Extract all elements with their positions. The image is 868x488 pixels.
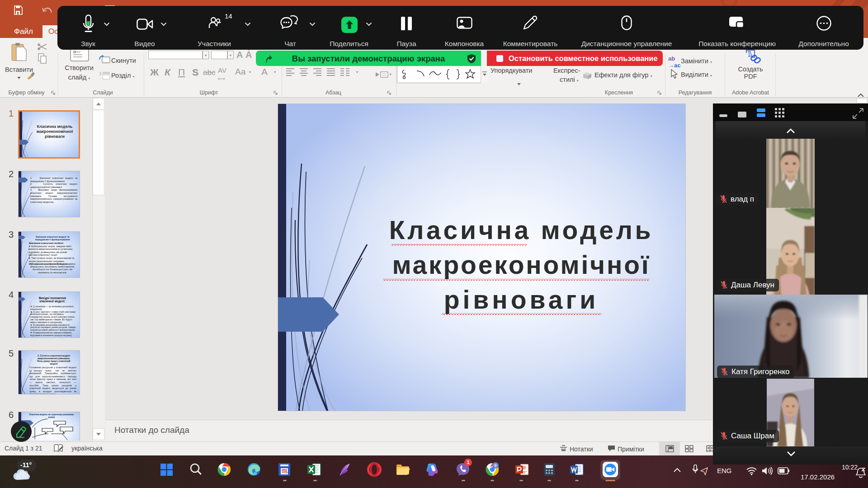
svg-text:64: 64 — [285, 471, 289, 474]
